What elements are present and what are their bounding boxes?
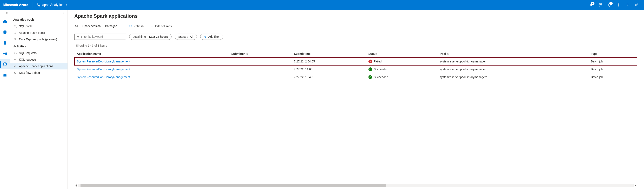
edit-columns-label: Edit columns	[155, 24, 172, 28]
svg-point-16	[15, 73, 16, 74]
flow-debug-icon	[13, 71, 17, 74]
table-row[interactable]: SystemReservedJob-LibraryManagement7/27/…	[74, 65, 638, 73]
notifications-button[interactable]: 1	[605, 1, 614, 9]
announcements-button[interactable]: 4	[587, 1, 595, 9]
status-text: Succeeded	[374, 68, 388, 71]
filter-time-value: Last 24 hours	[149, 35, 168, 38]
filter-time-label: Local time :	[133, 35, 148, 38]
sidebar-item-sql-pools[interactable]: SQL pools	[10, 23, 68, 29]
sidebar-item-data-flow-debug[interactable]: Data flow debug	[10, 69, 68, 76]
table-row[interactable]: SystemReservedJob-LibraryManagement7/27/…	[74, 73, 638, 81]
sidebar-item-spark-applications[interactable]: Apache Spark applications	[10, 63, 68, 69]
sql-req-icon	[13, 51, 17, 55]
filter-icon	[76, 35, 80, 38]
service-breadcrumb[interactable]: Synapse Analytics	[36, 3, 68, 7]
cell-pool: systemreservedpool-librarymanagem	[437, 65, 588, 73]
gauge-icon	[3, 62, 7, 67]
tab-spark-session[interactable]: Spark session	[82, 22, 101, 30]
double-chevron-right-icon	[5, 11, 8, 14]
status-text: Failed	[374, 60, 382, 63]
help-button[interactable]	[623, 1, 632, 9]
filter-status-pill[interactable]: Status : All	[175, 34, 197, 40]
svg-point-11	[14, 25, 16, 26]
svg-rect-2	[599, 5, 600, 6]
sort-icon: ↑	[311, 53, 312, 55]
brand-text[interactable]: Microsoft Azure	[3, 3, 32, 7]
filter-keyword-input-wrap[interactable]	[74, 34, 126, 40]
top-header: Microsoft Azure Synapse Analytics 4 1	[0, 0, 644, 10]
cell-status: ✓Succeeded	[366, 65, 438, 73]
collapse-panel-button[interactable]	[10, 11, 68, 16]
double-chevron-left-icon	[62, 11, 65, 14]
success-icon: ✓	[368, 75, 372, 79]
sidebar-item-kql-requests[interactable]: KQL requests	[10, 56, 68, 63]
cell-app-name[interactable]: SystemReservedJob-LibraryManagement	[74, 65, 229, 73]
sidebar-item-label: Apache Spark applications	[19, 64, 53, 68]
cell-pool: systemreservedpool-librarymanagem	[437, 57, 588, 65]
cell-submit-time: 7/27/22, 10:45:	[292, 73, 366, 81]
toolbox-icon	[3, 73, 7, 77]
question-icon	[626, 3, 629, 7]
side-panel: Analytics pools SQL pools Apache Spark p…	[10, 10, 68, 189]
tabs: All Spark session Batch job	[74, 22, 123, 30]
scroll-thumb[interactable]	[80, 184, 386, 187]
sidebar-item-sql-requests[interactable]: SQL requests	[10, 50, 68, 56]
scroll-track[interactable]	[78, 184, 634, 187]
expand-rail-button[interactable]	[0, 11, 10, 16]
tab-batch-job[interactable]: Batch job	[105, 22, 118, 30]
col-type[interactable]: Type	[588, 50, 638, 57]
error-icon: ✕	[368, 60, 372, 63]
col-submit-time[interactable]: Submit time↑	[292, 50, 366, 57]
filter-keyword-input[interactable]	[81, 35, 124, 38]
header-actions: 4 1	[587, 1, 641, 9]
refresh-icon	[128, 24, 132, 28]
rail-manage-button[interactable]	[0, 70, 10, 80]
rail-data-button[interactable]	[0, 27, 10, 37]
sidebar-item-label: SQL requests	[19, 51, 36, 55]
sidebar-item-data-explorer-pools[interactable]: Data Explorer pools (preview)	[10, 36, 68, 43]
main-content: Apache Spark applications All Spark sess…	[68, 10, 644, 189]
cell-status: ✕Failed	[366, 57, 438, 65]
spark-app-icon	[13, 64, 17, 68]
sql-pool-icon	[13, 24, 17, 28]
directory-button[interactable]	[596, 1, 604, 9]
feedback-button[interactable]	[632, 1, 641, 9]
rail-integrate-button[interactable]	[0, 49, 10, 58]
col-pool[interactable]: Pool↑↓	[437, 50, 588, 57]
header-divider	[32, 2, 32, 8]
col-app-name[interactable]: Application name	[74, 50, 229, 57]
edit-columns-button[interactable]: Edit columns	[150, 23, 172, 30]
sidebar-item-spark-pools[interactable]: Apache Spark pools	[10, 29, 68, 36]
chevron-right-icon	[66, 4, 68, 6]
settings-button[interactable]	[614, 1, 622, 9]
refresh-button[interactable]: Refresh	[128, 23, 144, 30]
rail-monitor-button[interactable]	[0, 59, 10, 69]
document-icon	[3, 41, 7, 45]
sidebar-item-label: SQL pools	[19, 24, 32, 28]
cell-app-name[interactable]: SystemReservedJob-LibraryManagement	[74, 57, 229, 65]
service-name: Synapse Analytics	[36, 3, 63, 7]
add-filter-button[interactable]: Add filter	[200, 34, 223, 40]
horizontal-scrollbar[interactable]	[74, 184, 638, 187]
cell-submit-time: 7/27/22, 11:05:	[292, 65, 366, 73]
cell-submitter	[229, 57, 292, 65]
cell-submit-time: 7/27/22, 2:04:05	[292, 57, 366, 65]
tab-all[interactable]: All	[74, 22, 78, 30]
table-wrap: Application name Submitter↑↓ Submit time…	[74, 50, 638, 183]
table-row[interactable]: SystemReservedJob-LibraryManagement7/27/…	[74, 57, 638, 65]
scroll-right-button[interactable]	[634, 184, 638, 187]
success-icon: ✓	[368, 67, 372, 71]
cell-pool: systemreservedpool-librarymanagem	[437, 73, 588, 81]
home-icon	[3, 19, 7, 24]
add-filter-label: Add filter	[208, 35, 220, 38]
rail-home-button[interactable]	[0, 16, 10, 26]
filter-time-pill[interactable]: Local time : Last 24 hours	[129, 34, 172, 40]
scroll-left-button[interactable]	[74, 184, 78, 187]
col-status[interactable]: Status	[366, 50, 438, 57]
col-submitter[interactable]: Submitter↑↓	[229, 50, 292, 57]
svg-point-10	[4, 64, 5, 65]
sidebar-item-label: Apache Spark pools	[19, 31, 45, 34]
cell-app-name[interactable]: SystemReservedJob-LibraryManagement	[74, 73, 229, 81]
sidebar-item-label: Data Explorer pools (preview)	[19, 38, 57, 41]
rail-develop-button[interactable]	[0, 38, 10, 48]
